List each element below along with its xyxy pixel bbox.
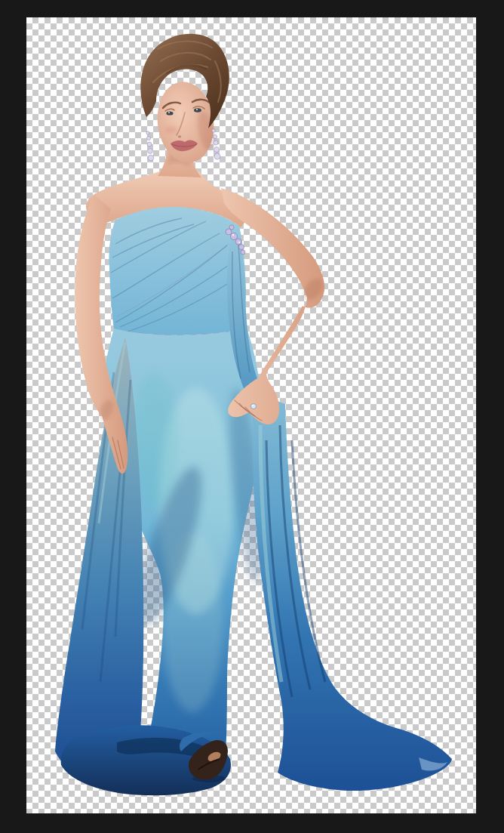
right-train — [253, 393, 452, 791]
ring — [251, 404, 257, 409]
blush — [165, 126, 177, 134]
left-earring — [146, 131, 154, 161]
photo-frame: Cut-out photograph of a woman with aubur… — [0, 0, 504, 833]
transparency-canvas: Cut-out photograph of a woman with aubur… — [26, 17, 476, 813]
screenshot-root: { "frame": { "color": "#181818" }, "canv… — [0, 0, 504, 833]
bodice — [109, 207, 246, 336]
photo-subject — [26, 17, 476, 813]
ring-sparkle — [252, 405, 254, 406]
